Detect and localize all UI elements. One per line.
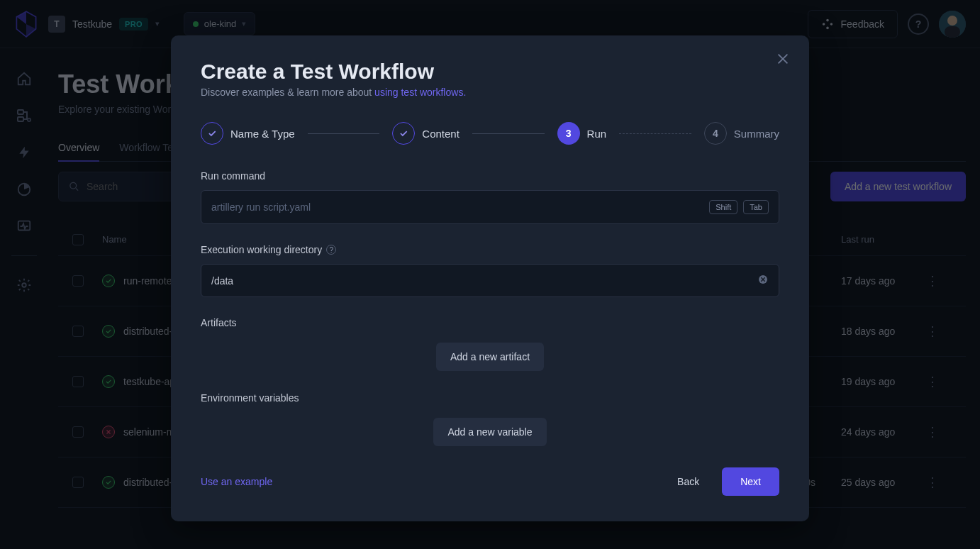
run-command-label: Run command [201,170,779,182]
step-label: Run [587,128,607,140]
check-icon [392,122,415,145]
env-vars-label: Environment variables [201,392,779,404]
step-run: 3 Run [557,122,607,145]
exec-dir-label: Execution working directory ? [201,244,779,255]
keyboard-hints: Shift Tab [709,200,769,214]
clear-icon[interactable] [757,274,769,287]
exec-dir-input[interactable] [211,275,752,287]
stepper: Name & Type Content 3 Run 4 Summary [201,122,779,145]
workflows-docs-link[interactable]: using test workflows. [374,87,466,98]
step-content[interactable]: Content [392,122,460,145]
step-label: Summary [734,128,779,140]
modal-subtitle: Discover examples & learn more about usi… [201,87,779,98]
check-icon [201,122,223,145]
step-number: 3 [557,122,580,145]
artifacts-label: Artifacts [201,317,779,328]
close-button[interactable] [775,51,791,69]
help-icon[interactable]: ? [326,245,336,255]
use-example-link[interactable]: Use an example [201,476,272,487]
run-command-input[interactable] [211,201,709,213]
back-button[interactable]: Back [663,467,713,496]
modal-title: Create a Test Workflow [201,60,779,84]
add-variable-button[interactable]: Add a new variable [433,418,546,446]
kbd-shift: Shift [709,200,737,214]
step-label: Name & Type [230,128,295,140]
next-button[interactable]: Next [722,467,779,496]
kbd-tab: Tab [743,200,769,214]
run-command-field[interactable]: Shift Tab [201,190,779,224]
exec-dir-field[interactable] [201,264,779,297]
step-name-type[interactable]: Name & Type [201,122,295,145]
create-workflow-modal: Create a Test Workflow Discover examples… [171,35,809,521]
step-number: 4 [704,122,727,145]
modal-overlay: Create a Test Workflow Discover examples… [0,0,980,549]
step-label: Content [422,128,460,140]
step-summary: 4 Summary [704,122,779,145]
add-artifact-button[interactable]: Add a new artifact [436,343,544,371]
